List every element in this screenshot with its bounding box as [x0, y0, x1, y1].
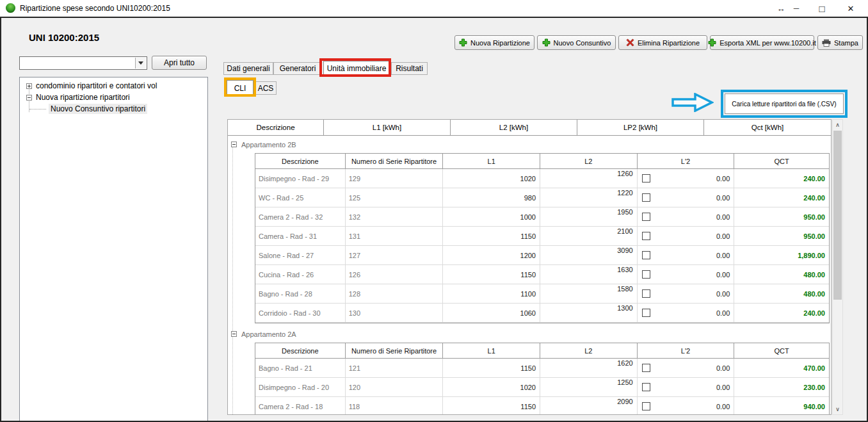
blue-arrow-icon — [671, 93, 714, 115]
printer-icon — [822, 39, 831, 47]
collapse-icon[interactable] — [231, 142, 237, 147]
column-header-qct[interactable]: QCT — [734, 154, 829, 169]
scroll-up-icon[interactable]: ∧ — [833, 120, 842, 130]
table-row-camera-2-rad-32: Camera 2 - Rad - 32132100019500.00950.00 — [255, 207, 829, 227]
column-header-qct-kwh[interactable]: Qct [kWh] — [704, 120, 831, 136]
cell-l1: 1060 — [443, 304, 540, 323]
lp2-checkbox[interactable] — [642, 174, 650, 183]
column-header-l2[interactable]: L2 — [540, 154, 638, 169]
lp2-checkbox[interactable] — [642, 364, 650, 372]
lp2-checkbox[interactable] — [642, 213, 650, 221]
cell-l2: 1630 — [540, 265, 638, 284]
column-header-l-2[interactable]: L'2 — [638, 154, 735, 169]
cell-l1: 1020 — [443, 169, 540, 188]
cell-descrizione: Bagno - Rad - 28 — [255, 284, 346, 304]
readings-grid: Descrizione L1 [kWh] L2 [kWh] LP2 [kWh] … — [227, 119, 832, 415]
column-header-descrizione[interactable]: Descrizione — [228, 120, 324, 136]
column-header-l2-kwh[interactable]: L2 [kWh] — [451, 120, 577, 136]
cell-qct: 230.00 — [734, 378, 829, 397]
lp2-checkbox[interactable] — [642, 193, 650, 202]
cell-l2: 1580 — [540, 284, 638, 304]
cell-l1: 1150 — [443, 397, 540, 414]
cell-qct: 950.00 — [734, 207, 829, 227]
lp2-value: 0.00 — [716, 271, 730, 279]
cell-numero-serie: 129 — [346, 169, 444, 188]
column-header-numero-di-serie-ripartitore[interactable]: Numero di Serie Ripartitore — [346, 343, 444, 359]
lp2-value: 0.00 — [716, 309, 730, 317]
tab-acs[interactable]: ACS — [255, 81, 277, 95]
lp2-value: 0.00 — [716, 175, 730, 183]
cell-numero-serie: 130 — [346, 304, 444, 323]
tree-item-nuova-ripartizione-ripartitori[interactable]: Nuova ripartizione ripartitori — [20, 92, 207, 103]
tree-item-nuovo-consuntivo-ripartitori[interactable]: Nuovo Consuntivo ripartitori — [20, 103, 207, 115]
lp2-checkbox[interactable] — [642, 402, 650, 410]
toolbar-button-nuovo-consuntivo[interactable]: Nuovo Consuntivo — [537, 35, 616, 50]
group-connector-line — [232, 143, 233, 414]
vertical-scrollbar[interactable]: ∧ ∨ — [832, 119, 843, 415]
lp2-checkbox[interactable] — [642, 232, 650, 240]
scrollbar-thumb[interactable] — [833, 131, 842, 300]
column-header-qct[interactable]: QCT — [734, 343, 829, 359]
group-row-appartamento-2a[interactable]: Appartamento 2A — [228, 325, 831, 343]
lp2-checkbox[interactable] — [642, 270, 650, 279]
cell-l2: 1950 — [540, 207, 638, 227]
tab-dati-generali[interactable]: Dati generali — [223, 62, 273, 75]
group-row-appartamento-2b[interactable]: Appartamento 2B — [228, 136, 831, 153]
cell-qct: 950.00 — [734, 227, 829, 246]
table-row-salone-rad-27: Salone - Rad - 27127120030900.001,890.00 — [255, 246, 829, 265]
scroll-down-icon[interactable]: ∨ — [833, 404, 842, 414]
cell-l2: 2090 — [540, 397, 638, 414]
lp2-checkbox[interactable] — [642, 309, 650, 317]
filter-combobox-input[interactable] — [21, 58, 135, 69]
column-header-l2[interactable]: L2 — [540, 343, 638, 359]
minimize-button[interactable]: ─ — [787, 0, 805, 17]
expand-icon[interactable] — [26, 83, 32, 89]
close-button[interactable]: ✕ — [841, 0, 860, 17]
group-label: Appartamento 2B — [241, 141, 296, 149]
tab-cli[interactable]: CLI — [227, 80, 253, 96]
toolbar-button-nuova-ripartizione[interactable]: Nuova Ripartizione — [454, 35, 534, 50]
toolbar-button-esporta-xml-per-www-10200-it[interactable]: Esporta XML per www.10200.it — [710, 35, 814, 50]
filter-combobox[interactable] — [19, 56, 147, 70]
toolbar-button-elimina-ripartizione[interactable]: Elimina Ripartizione — [618, 35, 707, 50]
cell-numero-serie: 120 — [346, 378, 444, 397]
lp2-value: 0.00 — [716, 232, 730, 240]
column-header-l1[interactable]: L1 — [443, 154, 540, 169]
collapse-icon[interactable] — [26, 95, 32, 101]
tree-item-condominio-ripartitori-e-contatori-vol[interactable]: condominio ripartitori e contatori vol — [20, 80, 207, 92]
column-header-descrizione[interactable]: Descrizione — [255, 343, 346, 359]
tab-unita-immobiliare[interactable]: Unità immobiliare — [323, 61, 390, 76]
maximize-button[interactable]: □ — [813, 0, 831, 17]
column-header-numero-di-serie-ripartitore[interactable]: Numero di Serie Ripartitore — [346, 154, 444, 169]
tab-risultati[interactable]: Risultati — [391, 62, 428, 75]
lp2-value: 0.00 — [716, 364, 730, 372]
chevron-down-icon[interactable] — [135, 58, 146, 69]
table-row-camera-rad-31: Camera - Rad - 31131115021000.00950.00 — [255, 227, 829, 246]
collapse-icon[interactable] — [231, 331, 237, 337]
toolbar-button-stampa[interactable]: Stampa — [817, 35, 863, 50]
lp2-value: 0.00 — [716, 403, 730, 410]
load-csv-button[interactable]: Carica letture ripartitori da file (.CSV… — [725, 93, 844, 114]
tab-generatori[interactable]: Generatori — [273, 62, 322, 75]
cell-l2: 1220 — [540, 188, 638, 207]
cell-l1: 1000 — [443, 207, 540, 227]
cell-lp2: 0.00 — [638, 246, 735, 265]
lp2-checkbox[interactable] — [642, 383, 650, 391]
grid-body: Appartamento 2BDescrizioneNumero di Seri… — [228, 136, 831, 414]
table-row-cucina-rad-26: Cucina - Rad - 26126115016300.00480.00 — [255, 265, 829, 284]
column-header-l1[interactable]: L1 — [443, 343, 540, 359]
column-header-lp2-kwh[interactable]: LP2 [kWh] — [577, 120, 704, 136]
cell-lp2: 0.00 — [638, 169, 735, 188]
lp2-checkbox[interactable] — [642, 289, 650, 298]
open-all-button[interactable]: Apri tutto — [152, 56, 207, 70]
toolbar-button-label: Nuova Ripartizione — [470, 39, 530, 47]
column-header-l-2[interactable]: L'2 — [638, 343, 735, 359]
column-header-l1-kwh[interactable]: L1 [kWh] — [324, 120, 451, 136]
table-row-corridoio-rad-30: Corridoio - Rad - 30130106013000.00240.0… — [255, 304, 829, 323]
cell-l2: 1260 — [540, 169, 638, 188]
cell-lp2: 0.00 — [638, 227, 735, 246]
lp2-checkbox[interactable] — [642, 251, 650, 259]
cell-l2: 1300 — [540, 304, 638, 323]
cell-lp2: 0.00 — [638, 265, 735, 284]
column-header-descrizione[interactable]: Descrizione — [255, 154, 346, 169]
